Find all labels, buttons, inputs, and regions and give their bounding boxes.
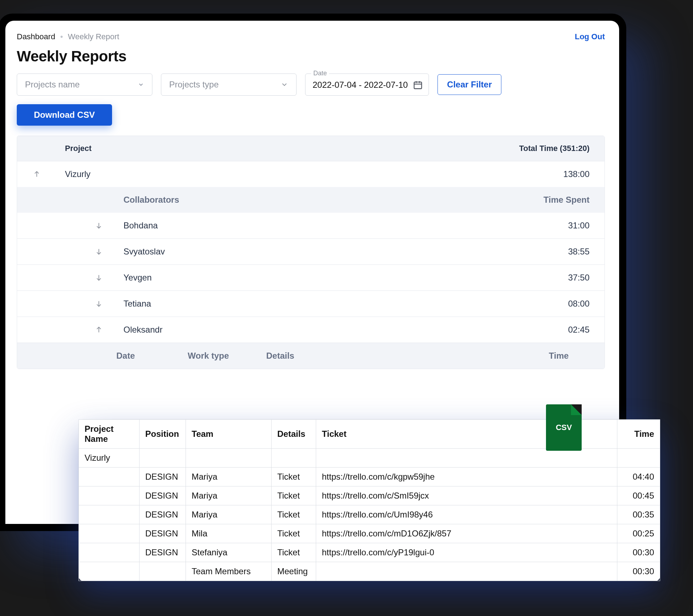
csv-row: Team MembersMeeting00:30 (79, 562, 660, 581)
calendar-icon (413, 80, 423, 90)
project-header-row: Project Total Time (351:20) (17, 136, 605, 161)
work-type-header-label: Work type (179, 343, 258, 369)
collaborator-time: 31:00 (533, 213, 605, 238)
csv-cell-team: Mila (186, 524, 272, 543)
collaborator-time: 08:00 (533, 291, 605, 317)
csv-cell-team (186, 449, 272, 468)
csv-cell-team: Team Members (186, 562, 272, 581)
collaborator-time: 02:45 (533, 317, 605, 343)
report-table: Project Total Time (351:20) Vizurly 138:… (17, 136, 605, 369)
csv-file-icon: CSV (546, 404, 582, 451)
breadcrumb-home[interactable]: Dashboard (17, 32, 55, 41)
download-csv-button[interactable]: Download CSV (17, 104, 112, 126)
csv-col-time: Time (617, 420, 660, 449)
collaborators-header-row: Collaborators Time Spent (17, 187, 605, 213)
collaborator-row[interactable]: Tetiana08:00 (17, 291, 605, 317)
csv-cell-time: 04:40 (617, 468, 660, 486)
projects-name-select[interactable]: Projects name (17, 74, 152, 96)
arrow-up-icon (33, 170, 41, 178)
csv-cell-position: DESIGN (140, 543, 186, 562)
collaborator-name: Yevgen (115, 265, 533, 291)
csv-cell-project-name (79, 486, 140, 505)
csv-col-team: Team (186, 420, 272, 449)
csv-row: DESIGNMilaTickethttps://trello.com/c/mD1… (79, 524, 660, 543)
date-value: 2022-07-04 - 2022-07-10 (313, 80, 408, 90)
collaborator-toggle[interactable] (83, 300, 115, 308)
csv-cell-ticket (316, 562, 617, 581)
collaborator-row[interactable]: Oleksandr02:45 (17, 317, 605, 343)
collaborator-name: Oleksandr (115, 317, 533, 343)
collaborator-toggle[interactable] (83, 248, 115, 256)
csv-cell-ticket: https://trello.com/c/SmI59jcx (316, 486, 617, 505)
collaborator-row[interactable]: Bohdana31:00 (17, 213, 605, 238)
csv-cell-time: 00:35 (617, 505, 660, 524)
project-toggle[interactable] (17, 170, 56, 178)
header-row: Dashboard • Weekly Report Log Out (17, 32, 605, 41)
csv-cell-time: 00:30 (617, 543, 660, 562)
csv-cell-project-name (79, 562, 140, 581)
collaborators-header-label: Collaborators (115, 187, 533, 213)
csv-cell-ticket: https://trello.com/c/mD1O6Zjk/857 (316, 524, 617, 543)
csv-cell-details (272, 449, 316, 468)
csv-cell-time: 00:45 (617, 486, 660, 505)
collaborator-name: Tetiana (115, 291, 533, 317)
csv-cell-details: Ticket (272, 543, 316, 562)
collaborator-row[interactable]: Svyatoslav38:55 (17, 238, 605, 264)
svg-rect-0 (414, 82, 421, 89)
csv-preview-overlay: CSV Project Name Position Team Details T… (79, 419, 660, 581)
csv-cell-ticket: https://trello.com/c/kgpw59jhe (316, 468, 617, 486)
arrow-down-icon (95, 222, 103, 229)
breadcrumb-current: Weekly Report (68, 32, 119, 41)
details-header-label: Details (258, 343, 540, 369)
chevron-down-icon (280, 81, 288, 89)
collaborator-toggle[interactable] (83, 326, 115, 334)
csv-cell-position: DESIGN (140, 486, 186, 505)
csv-cell-ticket (316, 449, 617, 468)
csv-cell-project-name (79, 468, 140, 486)
project-time: 138:00 (526, 161, 605, 187)
csv-row: DESIGNMariyaTickethttps://trello.com/c/U… (79, 505, 660, 524)
project-header-label: Project (56, 136, 476, 161)
csv-cell-team: Stefaniya (186, 543, 272, 562)
filters-row: Projects name Projects type Date 2022-07… (17, 74, 605, 96)
arrow-down-icon (95, 248, 103, 256)
date-header-label: Date (108, 343, 179, 369)
collaborator-time: 37:50 (533, 265, 605, 291)
csv-row: Vizurly (79, 449, 660, 468)
csv-cell-time: 00:25 (617, 524, 660, 543)
collaborator-row[interactable]: Yevgen37:50 (17, 264, 605, 291)
date-range-input[interactable]: Date 2022-07-04 - 2022-07-10 (305, 74, 429, 96)
csv-cell-position: DESIGN (140, 505, 186, 524)
csv-cell-details: Meeting (272, 562, 316, 581)
csv-cell-position: DESIGN (140, 524, 186, 543)
csv-cell-details: Ticket (272, 468, 316, 486)
collaborator-toggle[interactable] (83, 222, 115, 229)
csv-row: DESIGNStefaniyaTickethttps://trello.com/… (79, 543, 660, 562)
collaborator-time: 38:55 (533, 239, 605, 264)
breadcrumb-separator-icon: • (60, 32, 63, 41)
collaborator-name: Svyatoslav (115, 239, 533, 264)
csv-cell-details: Ticket (272, 486, 316, 505)
csv-row: DESIGNMariyaTickethttps://trello.com/c/S… (79, 486, 660, 505)
csv-file-label: CSV (556, 423, 572, 432)
csv-cell-team: Mariya (186, 468, 272, 486)
logout-link[interactable]: Log Out (575, 32, 605, 41)
csv-cell-details: Ticket (272, 524, 316, 543)
csv-cell-ticket: https://trello.com/c/UmI98y46 (316, 505, 617, 524)
clear-filter-button[interactable]: Clear Filter (437, 74, 501, 95)
csv-cell-position: DESIGN (140, 468, 186, 486)
project-name: Vizurly (56, 161, 526, 187)
csv-cell-project-name (79, 505, 140, 524)
csv-col-position: Position (140, 420, 186, 449)
projects-type-select[interactable]: Projects type (161, 74, 297, 96)
arrow-up-icon (95, 326, 103, 334)
project-row[interactable]: Vizurly 138:00 (17, 161, 605, 187)
total-time-header-label: Total Time (351:20) (476, 136, 605, 161)
date-label: Date (311, 70, 329, 77)
csv-cell-time: 00:30 (617, 562, 660, 581)
csv-cell-project-name (79, 524, 140, 543)
csv-cell-ticket: https://trello.com/c/yP19lgui-0 (316, 543, 617, 562)
projects-name-placeholder: Projects name (25, 80, 80, 90)
collaborator-toggle[interactable] (83, 274, 115, 282)
csv-cell-details: Ticket (272, 505, 316, 524)
